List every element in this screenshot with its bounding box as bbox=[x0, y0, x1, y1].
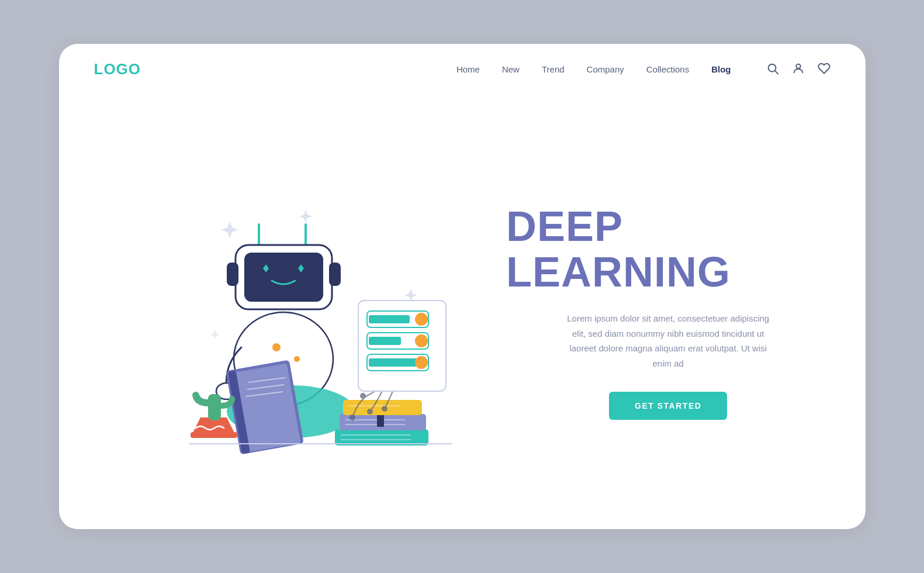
hero-title: DEEP LEARNING bbox=[506, 204, 731, 295]
svg-rect-45 bbox=[191, 432, 237, 438]
cta-button[interactable]: GET STARTED bbox=[609, 392, 727, 420]
svg-line-1 bbox=[775, 71, 778, 74]
nav: Home New Trend Company Collections Blog bbox=[456, 64, 731, 74]
main-content: DEEP LEARNING Lorem ipsum dolor sit amet… bbox=[59, 95, 866, 529]
svg-rect-43 bbox=[369, 358, 417, 367]
content-area: DEEP LEARNING Lorem ipsum dolor sit amet… bbox=[483, 204, 830, 420]
svg-rect-8 bbox=[329, 263, 341, 286]
search-icon[interactable] bbox=[766, 62, 779, 77]
svg-point-12 bbox=[272, 343, 281, 351]
svg-point-31 bbox=[361, 393, 365, 398]
svg-point-34 bbox=[368, 409, 372, 414]
nav-new[interactable]: New bbox=[502, 64, 520, 74]
svg-rect-40 bbox=[369, 337, 401, 345]
nav-home[interactable]: Home bbox=[456, 64, 480, 74]
svg-point-32 bbox=[350, 415, 355, 420]
svg-point-13 bbox=[294, 356, 300, 362]
header: LOGO Home New Trend Company Collections … bbox=[59, 44, 866, 95]
illustration-area bbox=[94, 143, 483, 482]
svg-rect-6 bbox=[244, 253, 323, 302]
svg-rect-37 bbox=[369, 315, 410, 323]
user-icon[interactable] bbox=[792, 62, 805, 77]
svg-rect-20 bbox=[335, 429, 428, 446]
header-icons bbox=[766, 62, 830, 77]
svg-point-33 bbox=[382, 406, 387, 411]
svg-point-2 bbox=[796, 64, 800, 68]
svg-rect-7 bbox=[227, 263, 238, 286]
svg-point-38 bbox=[415, 313, 428, 326]
nav-collections[interactable]: Collections bbox=[646, 64, 689, 74]
main-card: LOGO Home New Trend Company Collections … bbox=[59, 44, 866, 529]
svg-point-41 bbox=[415, 334, 428, 347]
heart-icon[interactable] bbox=[818, 62, 830, 77]
svg-point-44 bbox=[415, 356, 428, 369]
nav-trend[interactable]: Trend bbox=[542, 64, 565, 74]
hero-description: Lorem ipsum dolor sit amet, consectetuer… bbox=[563, 311, 773, 371]
logo: LOGO bbox=[94, 60, 141, 78]
illustration bbox=[124, 166, 452, 482]
nav-blog[interactable]: Blog bbox=[711, 64, 731, 74]
nav-company[interactable]: Company bbox=[587, 64, 624, 74]
